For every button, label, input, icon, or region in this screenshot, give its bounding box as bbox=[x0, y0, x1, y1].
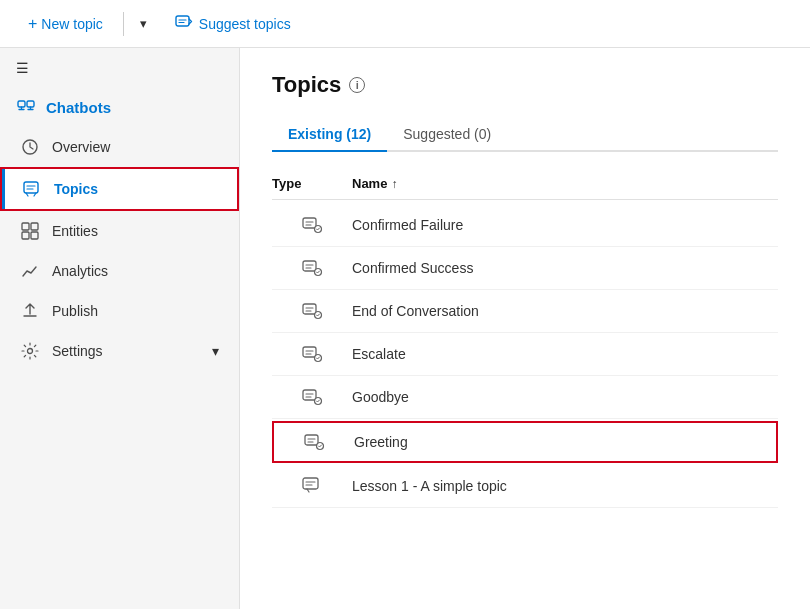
new-topic-button[interactable]: + New topic bbox=[16, 9, 115, 39]
settings-chevron-icon: ▾ bbox=[212, 343, 219, 359]
info-icon[interactable]: i bbox=[349, 77, 365, 93]
sidebar-item-entities-label: Entities bbox=[52, 223, 98, 239]
chatbots-label: Chatbots bbox=[46, 99, 111, 116]
svg-rect-0 bbox=[176, 16, 189, 26]
new-topic-dropdown-button[interactable]: ▾ bbox=[132, 10, 155, 37]
sidebar: ☰ Chatbots Overview bbox=[0, 48, 240, 609]
table-rows: Confirmed Failure Confirmed Success bbox=[272, 204, 778, 508]
sidebar-item-analytics[interactable]: Analytics bbox=[0, 251, 239, 291]
tab-suggested[interactable]: Suggested (0) bbox=[387, 118, 507, 152]
content-area: Topics i Existing (12) Suggested (0) Typ… bbox=[240, 48, 810, 609]
table-row[interactable]: Confirmed Success bbox=[272, 247, 778, 290]
table-row[interactable]: Escalate bbox=[272, 333, 778, 376]
overview-icon bbox=[20, 137, 40, 157]
table-row[interactable]: Confirmed Failure bbox=[272, 204, 778, 247]
row-name: Confirmed Failure bbox=[352, 217, 778, 233]
sidebar-item-topics-label: Topics bbox=[54, 181, 98, 197]
table-row[interactable]: Goodbye bbox=[272, 376, 778, 419]
table-row-greeting[interactable]: Greeting bbox=[272, 421, 778, 463]
sidebar-item-settings[interactable]: Settings ▾ bbox=[0, 331, 239, 371]
column-name[interactable]: Name ↑ bbox=[352, 176, 778, 191]
table-row[interactable]: End of Conversation bbox=[272, 290, 778, 333]
column-type: Type bbox=[272, 176, 352, 191]
chatbots-icon bbox=[16, 96, 36, 119]
svg-rect-12 bbox=[303, 261, 316, 271]
page-title: Topics i bbox=[272, 72, 778, 98]
main-container: ☰ Chatbots Overview bbox=[0, 48, 810, 609]
row-type-icon bbox=[272, 475, 352, 497]
sidebar-item-entities[interactable]: Entities bbox=[0, 211, 239, 251]
top-bar: + New topic ▾ Suggest topics bbox=[0, 0, 810, 48]
chevron-down-icon: ▾ bbox=[140, 16, 147, 31]
row-type-icon bbox=[272, 386, 352, 408]
svg-rect-2 bbox=[27, 101, 34, 107]
suggest-topics-icon bbox=[175, 13, 193, 34]
row-type-icon bbox=[274, 431, 354, 453]
sidebar-item-publish[interactable]: Publish bbox=[0, 291, 239, 331]
row-type-icon bbox=[272, 343, 352, 365]
row-type-icon bbox=[272, 300, 352, 322]
table-row[interactable]: Lesson 1 - A simple topic bbox=[272, 465, 778, 508]
svg-rect-14 bbox=[303, 304, 316, 314]
suggest-topics-button[interactable]: Suggest topics bbox=[163, 7, 303, 40]
settings-icon bbox=[20, 341, 40, 361]
sidebar-item-settings-label: Settings bbox=[52, 343, 103, 359]
svg-rect-8 bbox=[31, 232, 38, 239]
tabs-container: Existing (12) Suggested (0) bbox=[272, 118, 778, 152]
hamburger-icon: ☰ bbox=[16, 60, 29, 76]
row-name: Lesson 1 - A simple topic bbox=[352, 478, 778, 494]
plus-icon: + bbox=[28, 15, 37, 33]
row-name: Escalate bbox=[352, 346, 778, 362]
svg-rect-6 bbox=[31, 223, 38, 230]
svg-point-9 bbox=[28, 349, 33, 354]
analytics-icon bbox=[20, 261, 40, 281]
sidebar-item-analytics-label: Analytics bbox=[52, 263, 108, 279]
new-topic-label: New topic bbox=[41, 16, 102, 32]
svg-rect-4 bbox=[24, 182, 38, 193]
row-name: Confirmed Success bbox=[352, 260, 778, 276]
svg-rect-22 bbox=[303, 478, 318, 489]
svg-rect-16 bbox=[303, 347, 316, 357]
svg-rect-18 bbox=[303, 390, 316, 400]
toolbar-divider bbox=[123, 12, 124, 36]
svg-rect-20 bbox=[305, 435, 318, 445]
row-name: Goodbye bbox=[352, 389, 778, 405]
hamburger-button[interactable]: ☰ bbox=[0, 48, 239, 88]
suggest-topics-label: Suggest topics bbox=[199, 16, 291, 32]
sidebar-item-overview[interactable]: Overview bbox=[0, 127, 239, 167]
svg-rect-7 bbox=[22, 232, 29, 239]
tab-existing[interactable]: Existing (12) bbox=[272, 118, 387, 152]
row-name: End of Conversation bbox=[352, 303, 778, 319]
page-title-text: Topics bbox=[272, 72, 341, 98]
sort-arrow-icon: ↑ bbox=[391, 177, 397, 191]
row-type-icon bbox=[272, 214, 352, 236]
table-header: Type Name ↑ bbox=[272, 168, 778, 200]
topics-icon bbox=[22, 179, 42, 199]
publish-icon bbox=[20, 301, 40, 321]
row-name: Greeting bbox=[354, 434, 776, 450]
sidebar-item-publish-label: Publish bbox=[52, 303, 98, 319]
sidebar-item-overview-label: Overview bbox=[52, 139, 110, 155]
row-type-icon bbox=[272, 257, 352, 279]
svg-rect-1 bbox=[18, 101, 25, 107]
svg-rect-5 bbox=[22, 223, 29, 230]
entities-icon bbox=[20, 221, 40, 241]
sidebar-chatbots[interactable]: Chatbots bbox=[0, 88, 239, 127]
sidebar-item-topics[interactable]: Topics bbox=[0, 167, 239, 211]
svg-rect-10 bbox=[303, 218, 316, 228]
